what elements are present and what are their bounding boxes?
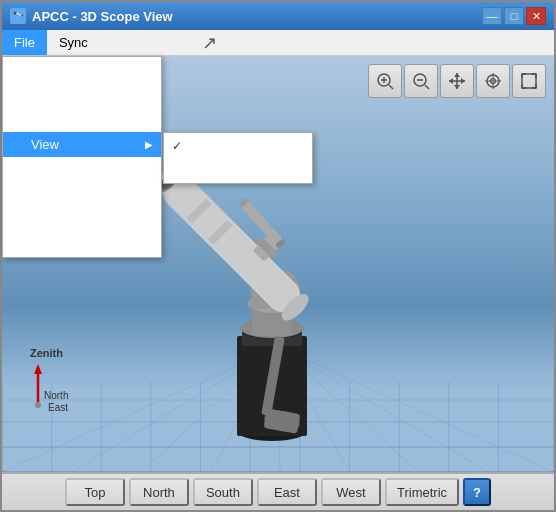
menu-file[interactable]: File Open... Save... Save As... View (2, 30, 47, 55)
menu-open[interactable]: Open... (3, 57, 161, 82)
menu-sync[interactable]: Sync (47, 30, 100, 55)
svg-text:North: North (44, 390, 68, 401)
app-icon: 🔭 (10, 8, 26, 24)
zoom-in-icon (376, 72, 394, 90)
submenu-perspective[interactable]: Perspective (164, 133, 312, 158)
menu-close[interactable]: Close (3, 232, 161, 257)
help-button[interactable]: ? (463, 478, 491, 506)
svg-marker-62 (461, 78, 465, 84)
file-dropdown: Open... Save... Save As... View Perspect… (2, 56, 162, 258)
svg-line-55 (425, 85, 429, 89)
rotate-icon (484, 72, 502, 90)
svg-rect-38 (156, 168, 307, 319)
compass-indicator: Zenith North East (20, 347, 75, 417)
west-button[interactable]: West (321, 478, 381, 506)
submenu-orthographic[interactable]: Orthographic (164, 158, 312, 183)
zoom-in-button[interactable] (368, 64, 402, 98)
menu-reset-scope[interactable]: Reset Scope (3, 207, 161, 232)
menu-always-on-top[interactable]: Always on Top (3, 157, 161, 182)
zoom-out-button[interactable] (404, 64, 438, 98)
bottom-nav: Top North South East West Trimetric ? (2, 472, 554, 510)
svg-marker-77 (34, 364, 42, 374)
trimetric-button[interactable]: Trimetric (385, 478, 459, 506)
viewport-toolbar (368, 64, 546, 98)
view-submenu: Perspective Orthographic (163, 132, 313, 184)
minimize-button[interactable]: — (482, 7, 502, 25)
maximize-button[interactable]: □ (504, 7, 524, 25)
zenith-label: Zenith (30, 347, 75, 359)
window-title: APCC - 3D Scope View (32, 9, 482, 24)
svg-marker-60 (454, 85, 460, 89)
svg-line-51 (389, 85, 393, 89)
svg-text:East: East (48, 402, 68, 413)
svg-marker-59 (454, 73, 460, 77)
menu-save-as[interactable]: Save As... (3, 107, 161, 132)
east-button[interactable]: East (257, 478, 317, 506)
main-window: 🔭 APCC - 3D Scope View — □ ✕ File Open..… (0, 0, 556, 512)
pan-icon (448, 72, 466, 90)
rotate-button[interactable] (476, 64, 510, 98)
zoom-out-icon (412, 72, 430, 90)
svg-rect-67 (522, 74, 536, 88)
close-button[interactable]: ✕ (526, 7, 546, 25)
south-button[interactable]: South (193, 478, 253, 506)
menu-view[interactable]: View Perspective Orthographic (3, 132, 161, 157)
menu-edit[interactable]: Edit... (3, 182, 161, 207)
pan-button[interactable] (440, 64, 474, 98)
top-button[interactable]: Top (65, 478, 125, 506)
compass-svg: North East (20, 359, 75, 414)
menubar: File Open... Save... Save As... View (2, 30, 554, 56)
menu-save[interactable]: Save... (3, 82, 161, 107)
fit-button[interactable] (512, 64, 546, 98)
svg-point-78 (35, 402, 41, 408)
north-button[interactable]: North (129, 478, 189, 506)
svg-marker-61 (449, 78, 453, 84)
fit-icon (520, 72, 538, 90)
cursor-indicator: ↗ (202, 30, 217, 55)
title-buttons: — □ ✕ (482, 7, 546, 25)
title-bar: 🔭 APCC - 3D Scope View — □ ✕ (2, 2, 554, 30)
